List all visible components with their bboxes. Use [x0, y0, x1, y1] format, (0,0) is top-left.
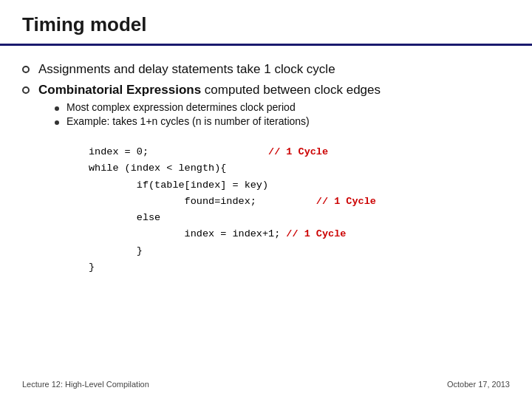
code-text-8: }: [89, 259, 95, 276]
slide-footer: Lecture 12: High-Level Compilation Octob…: [22, 380, 510, 389]
code-text-2: while (index < length){: [89, 160, 226, 177]
bullet-item-2: Combinatorial Expressions computed betwe…: [22, 83, 510, 129]
slide: Timing model Assignments and delay state…: [0, 0, 532, 399]
code-comment-6: // 1 Cycle: [286, 226, 346, 242]
slide-title: Timing model: [22, 13, 147, 35]
bullet-circle-1: [22, 66, 30, 73]
code-text-1: index = 0;: [89, 144, 268, 160]
footer-left: Lecture 12: High-Level Compilation: [22, 380, 149, 389]
code-line-5: else: [89, 210, 488, 226]
code-line-1: index = 0; // 1 Cycle: [89, 144, 488, 160]
code-line-8: }: [89, 259, 488, 276]
bullet-text-2: Combinatorial Expressions computed betwe…: [38, 83, 381, 129]
slide-header: Timing model: [0, 0, 532, 46]
code-text-4: found=index;: [89, 194, 316, 210]
code-comment-4: // 1 Cycle: [316, 194, 376, 210]
sub-bullet-2: Example: takes 1+n cycles (n is number o…: [55, 115, 381, 127]
bullet-circle-2: [22, 86, 30, 94]
slide-content: Assignments and delay statements take 1 …: [0, 46, 532, 290]
code-line-4: found=index; // 1 Cycle: [89, 194, 488, 210]
sub-bullet-dot-2: [55, 120, 59, 125]
code-text-7: }: [89, 243, 143, 259]
bullet-text-1: Assignments and delay statements take 1 …: [38, 62, 335, 77]
sub-bullet-text-2: Example: takes 1+n cycles (n is number o…: [66, 115, 310, 127]
code-comment-1: // 1 Cycle: [268, 144, 328, 160]
sub-bullet-1: Most complex expression determines clock…: [55, 101, 381, 113]
sub-bullet-dot-1: [55, 106, 59, 111]
code-line-3: if(table[index] = key): [89, 177, 488, 194]
code-line-7: }: [89, 243, 488, 259]
code-line-6: index = index+1; // 1 Cycle: [89, 226, 488, 242]
sub-bullet-text-1: Most complex expression determines clock…: [66, 101, 296, 113]
bullet-item-1: Assignments and delay statements take 1 …: [22, 62, 510, 77]
bullet-text-2-content: Combinatorial Expressions computed betwe…: [38, 83, 381, 97]
footer-right: October 17, 2013: [447, 380, 510, 389]
code-block: index = 0; // 1 Cycle while (index < len…: [89, 144, 488, 276]
code-text-5: else: [89, 210, 160, 226]
code-text-6: index = index+1;: [89, 226, 286, 242]
sub-bullets: Most complex expression determines clock…: [55, 101, 381, 127]
code-line-2: while (index < length){: [89, 160, 488, 177]
code-text-3: if(table[index] = key): [89, 177, 268, 194]
